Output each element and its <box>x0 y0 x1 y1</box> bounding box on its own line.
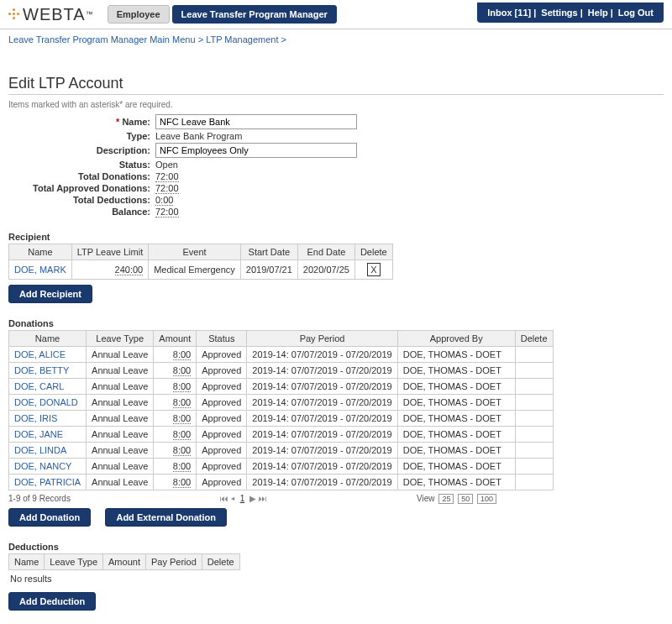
donation-approved-by: DOE, THOMAS - DOET <box>397 443 515 459</box>
recipient-start-date: 2019/07/21 <box>240 260 297 280</box>
table-row: DOE, BETTYAnnual Leave8:00Approved2019-1… <box>9 363 554 379</box>
donation-name-link[interactable]: DOE, ALICE <box>9 347 87 363</box>
settings-link[interactable]: Settings <box>541 8 577 18</box>
add-deduction-button[interactable]: Add Deduction <box>8 592 96 611</box>
donation-status: Approved <box>197 347 247 363</box>
total-approved-donations-label: Total Approved Donations: <box>8 183 155 193</box>
add-recipient-button[interactable]: Add Recipient <box>8 285 92 303</box>
donation-amount: 8:00 <box>173 429 191 440</box>
donation-status: Approved <box>197 411 247 427</box>
donations-col-delete: Delete <box>515 331 553 347</box>
name-input[interactable] <box>155 114 357 129</box>
donation-delete-cell <box>515 379 553 395</box>
donation-pay-period: 2019-14: 07/07/2019 - 07/20/2019 <box>247 411 397 427</box>
table-row: DOE, JANEAnnual Leave8:00Approved2019-14… <box>9 427 554 443</box>
total-donations-value: 72:00 <box>155 171 179 182</box>
pager-view-50[interactable]: 50 <box>458 494 473 504</box>
donation-delete-cell <box>515 443 553 459</box>
donation-name-link[interactable]: DOE, JANE <box>9 427 87 443</box>
table-row: DOE, PATRICIAAnnual Leave8:00Approved201… <box>9 475 554 490</box>
donation-name-link[interactable]: DOE, CARL <box>9 379 87 395</box>
pager-first-icon[interactable]: ⏮ <box>220 494 228 503</box>
donation-name-link[interactable]: DOE, NANCY <box>9 459 87 475</box>
header-left: WEBTA™ Employee Leave Transfer Program M… <box>8 5 337 24</box>
breadcrumb-ltp-mgmt[interactable]: LTP Management <box>206 34 278 45</box>
donation-amount: 8:00 <box>173 445 191 456</box>
recipient-col-delete: Delete <box>354 244 392 260</box>
recipient-col-end: End Date <box>297 244 354 260</box>
donation-amount: 8:00 <box>173 413 191 424</box>
donation-pay-period: 2019-14: 07/07/2019 - 07/20/2019 <box>247 379 397 395</box>
donation-approved-by: DOE, THOMAS - DOET <box>397 395 515 411</box>
donations-col-pay-period: Pay Period <box>247 331 397 347</box>
balance-label: Balance: <box>8 207 155 217</box>
donation-amount: 8:00 <box>173 365 191 376</box>
delete-recipient-button[interactable]: X <box>367 263 381 276</box>
logout-link[interactable]: Log Out <box>618 8 654 18</box>
donation-pay-period: 2019-14: 07/07/2019 - 07/20/2019 <box>247 347 397 363</box>
total-approved-donations-value: 72:00 <box>155 183 179 194</box>
deductions-col-name: Name <box>9 554 45 570</box>
donations-table: Name Leave Type Amount Status Pay Period… <box>8 330 554 490</box>
total-deductions-value: 0:00 <box>155 195 173 206</box>
description-input[interactable] <box>155 143 357 158</box>
pager-view-25[interactable]: 25 <box>438 494 454 504</box>
logo: WEBTA™ <box>8 5 94 24</box>
donation-approved-by: DOE, THOMAS - DOET <box>397 379 515 395</box>
table-row: DOE, LINDAAnnual Leave8:00Approved2019-1… <box>9 443 554 459</box>
add-external-donation-button[interactable]: Add External Donation <box>105 508 227 527</box>
balance-value: 72:00 <box>155 207 179 218</box>
pager-view: View 25 50 100 <box>417 494 496 503</box>
breadcrumb: Leave Transfer Program Manager Main Menu… <box>0 29 672 50</box>
total-deductions-label: Total Deductions: <box>8 195 155 205</box>
deductions-table: Name Leave Type Amount Pay Period Delete <box>8 553 240 570</box>
tab-ltp-manager[interactable]: Leave Transfer Program Manager <box>172 5 337 24</box>
pager-next-icon[interactable]: ▶ <box>249 494 256 503</box>
recipient-table: Name LTP Leave Limit Event Start Date En… <box>8 244 393 280</box>
donation-pay-period: 2019-14: 07/07/2019 - 07/20/2019 <box>247 427 397 443</box>
help-link[interactable]: Help <box>588 8 608 18</box>
deductions-no-results: No results <box>8 570 664 587</box>
recipient-name-link[interactable]: DOE, MARK <box>9 260 72 280</box>
donation-name-link[interactable]: DOE, DONALD <box>9 395 87 411</box>
page-title: Edit LTP Account <box>8 75 664 95</box>
recipient-col-event: Event <box>149 244 241 260</box>
required-hint: Items marked with an asterisk* are requi… <box>8 100 664 109</box>
donations-col-leave-type: Leave Type <box>87 331 154 347</box>
donation-pay-period: 2019-14: 07/07/2019 - 07/20/2019 <box>247 459 397 475</box>
donation-name-link[interactable]: DOE, PATRICIA <box>9 475 87 490</box>
inbox-link[interactable]: Inbox [11] <box>487 8 531 18</box>
add-donation-button[interactable]: Add Donation <box>8 508 91 527</box>
tab-employee[interactable]: Employee <box>108 5 170 24</box>
name-label: * Name: <box>8 117 155 127</box>
pager-last-icon[interactable]: ⏭ <box>259 494 267 503</box>
status-value: Open <box>155 160 178 170</box>
donation-leave-type: Annual Leave <box>87 427 154 443</box>
donation-name-link[interactable]: DOE, LINDA <box>9 443 87 459</box>
donation-pay-period: 2019-14: 07/07/2019 - 07/20/2019 <box>247 363 397 379</box>
donation-amount: 8:00 <box>173 461 191 472</box>
donation-leave-type: Annual Leave <box>87 363 154 379</box>
pager-prev-icon[interactable]: ◀ <box>231 494 235 503</box>
donation-approved-by: DOE, THOMAS - DOET <box>397 411 515 427</box>
recipient-col-limit: LTP Leave Limit <box>71 244 148 260</box>
table-row: DOE, ALICEAnnual Leave8:00Approved2019-1… <box>9 347 554 363</box>
breadcrumb-main-menu[interactable]: Leave Transfer Program Manager Main Menu <box>8 34 196 45</box>
deductions-col-amount: Amount <box>103 554 146 570</box>
donation-leave-type: Annual Leave <box>87 379 154 395</box>
donation-name-link[interactable]: DOE, BETTY <box>9 363 87 379</box>
app-header: WEBTA™ Employee Leave Transfer Program M… <box>0 0 672 29</box>
pager-view-100[interactable]: 100 <box>477 494 496 504</box>
donation-delete-cell <box>515 347 553 363</box>
donation-delete-cell <box>515 363 553 379</box>
donation-amount: 8:00 <box>173 397 191 408</box>
donation-amount: 8:00 <box>173 381 191 392</box>
donation-leave-type: Annual Leave <box>87 443 154 459</box>
donation-name-link[interactable]: DOE, IRIS <box>9 411 87 427</box>
recipient-end-date: 2020/07/25 <box>297 260 354 280</box>
donation-approved-by: DOE, THOMAS - DOET <box>397 347 515 363</box>
donation-status: Approved <box>197 427 247 443</box>
deductions-col-pay-period: Pay Period <box>145 554 202 570</box>
recipient-col-name: Name <box>9 244 72 260</box>
donation-amount: 8:00 <box>173 349 191 360</box>
